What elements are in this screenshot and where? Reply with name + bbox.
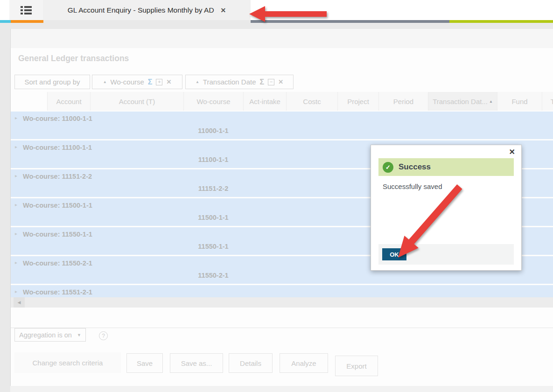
menu-icon bbox=[21, 6, 32, 15]
row-expander-icon[interactable]: ▸ bbox=[15, 231, 17, 236]
row-expander-icon[interactable]: ▸ bbox=[15, 260, 17, 265]
scroll-left-icon: ◀ bbox=[18, 300, 21, 305]
tab-gl-account-enquiry[interactable]: GL Account Enquiry - Supplies Monthly by… bbox=[43, 0, 251, 20]
success-check-icon: ✓ bbox=[383, 162, 393, 173]
column-header-fund[interactable]: Fund bbox=[497, 92, 542, 111]
top-bar: GL Account Enquiry - Supplies Monthly by… bbox=[0, 0, 553, 20]
wo-course-value: 11550-1-1 bbox=[183, 243, 243, 250]
column-header-project[interactable]: Project bbox=[337, 92, 378, 111]
help-icon[interactable]: ? bbox=[99, 331, 108, 340]
dialog-title: Success bbox=[399, 162, 431, 172]
scroll-left-button[interactable]: ◀ bbox=[14, 297, 25, 308]
brand-strip-orange bbox=[11, 20, 43, 23]
tab-close-icon[interactable]: ✕ bbox=[221, 7, 226, 14]
group-label: Wo-course: 11550-1-1 bbox=[23, 231, 92, 238]
wo-course-value: 11550-2-1 bbox=[183, 272, 243, 279]
export-button[interactable]: Export bbox=[335, 356, 378, 376]
sort-group-label: Sort and group by bbox=[24, 78, 80, 86]
column-header-costc[interactable]: Costc bbox=[286, 92, 337, 111]
grid-header-row: Account Account (T) Wo-course Act-intake… bbox=[11, 92, 553, 111]
group-row[interactable]: ▸ Wo-course: 11551-2-1 11551-2-1 bbox=[11, 285, 553, 297]
panel-top-band bbox=[11, 29, 553, 48]
row-expander-icon[interactable]: ▸ bbox=[15, 289, 17, 294]
sort-asc-icon: ▲ bbox=[103, 80, 107, 84]
group-label: Wo-course: 11551-2-1 bbox=[23, 288, 92, 296]
row-expander-icon[interactable]: ▸ bbox=[15, 115, 17, 120]
page-title: General Ledger transactions bbox=[11, 48, 553, 69]
row-expander-icon[interactable]: ▸ bbox=[15, 144, 17, 149]
group-row[interactable]: ▸ Wo-course: 11000-1-1 11000-1-1 bbox=[11, 112, 553, 139]
wo-course-value: 11151-2-2 bbox=[183, 185, 243, 192]
column-header-transaction-date[interactable]: Transaction Dat... ▲ bbox=[428, 92, 497, 111]
column-header-act-intake[interactable]: Act-intake bbox=[243, 92, 286, 111]
group-label: Wo-course: 11550-2-1 bbox=[23, 259, 92, 267]
brand-strip-gray bbox=[251, 20, 449, 23]
brand-strip-cyan bbox=[0, 20, 11, 23]
group-chip-wo-course[interactable]: ▲ Wo-course Σ + ✕ bbox=[92, 75, 182, 89]
group-label: Wo-course: 11000-1-1 bbox=[23, 115, 92, 122]
remove-chip-icon[interactable]: ✕ bbox=[166, 78, 171, 85]
row-expander-icon[interactable]: ▸ bbox=[15, 202, 17, 207]
collapse-box-icon[interactable]: − bbox=[268, 79, 274, 85]
dialog-footer: OK bbox=[378, 244, 514, 265]
save-as-button[interactable]: Save as... bbox=[170, 353, 223, 373]
dialog-message: Successfully saved bbox=[383, 182, 442, 190]
horizontal-scrollbar[interactable]: ◀ bbox=[11, 297, 553, 308]
change-search-criteria-button[interactable]: Change search criteria bbox=[14, 352, 121, 373]
chevron-down-icon: ▼ bbox=[77, 333, 81, 337]
sum-icon[interactable]: Σ bbox=[148, 78, 153, 86]
remove-chip-icon[interactable]: ✕ bbox=[278, 78, 283, 85]
wo-course-value: 11000-1-1 bbox=[183, 127, 243, 134]
wo-course-value: 11500-1-1 bbox=[183, 214, 243, 221]
group-label: Wo-course: 11500-1-1 bbox=[23, 202, 92, 209]
analyze-button[interactable]: Analyze bbox=[280, 353, 328, 373]
column-header-expander bbox=[11, 92, 47, 111]
column-header-period[interactable]: Period bbox=[378, 92, 428, 111]
group-label: Wo-course: 11151-2-2 bbox=[23, 173, 92, 180]
sort-and-group-button[interactable]: Sort and group by bbox=[14, 75, 90, 89]
save-button[interactable]: Save bbox=[126, 353, 163, 373]
sort-asc-icon: ▲ bbox=[489, 99, 493, 104]
footer-divider bbox=[11, 328, 553, 328]
sum-icon[interactable]: Σ bbox=[260, 78, 265, 86]
details-button[interactable]: Details bbox=[229, 353, 273, 373]
aggregation-dropdown[interactable]: Aggregation is on ▼ bbox=[14, 328, 86, 342]
column-header-account-t[interactable]: Account (T) bbox=[90, 92, 183, 111]
group-label: Wo-course: 11100-1-1 bbox=[23, 144, 92, 151]
group-chip-transaction-date[interactable]: ▲ Transaction Date Σ − ✕ bbox=[185, 75, 294, 89]
chip-label: Transaction Date bbox=[203, 78, 256, 86]
sort-asc-icon: ▲ bbox=[196, 80, 199, 84]
close-icon[interactable]: ✕ bbox=[509, 147, 515, 156]
menu-button[interactable] bbox=[9, 0, 43, 20]
column-header-account[interactable]: Account bbox=[47, 92, 90, 111]
ok-button[interactable]: OK bbox=[382, 248, 406, 260]
chip-label: Wo-course bbox=[111, 78, 144, 86]
bottom-band bbox=[10, 386, 553, 392]
brand-strip-green bbox=[449, 20, 553, 23]
expand-box-icon[interactable]: + bbox=[156, 79, 162, 85]
row-expander-icon[interactable]: ▸ bbox=[15, 173, 17, 178]
success-banner: ✓ Success bbox=[378, 158, 514, 176]
tab-title: GL Account Enquiry - Supplies Monthly by… bbox=[68, 6, 214, 14]
app-window: GL Account Enquiry - Supplies Monthly by… bbox=[0, 0, 553, 392]
column-header-wo-course[interactable]: Wo-course bbox=[183, 92, 243, 111]
success-dialog: ✕ ✓ Success Successfully saved OK bbox=[371, 145, 522, 271]
column-header-tr[interactable]: Tr bbox=[542, 92, 553, 111]
aggregation-label: Aggregation is on bbox=[19, 331, 72, 339]
wo-course-value: 11100-1-1 bbox=[183, 156, 243, 163]
